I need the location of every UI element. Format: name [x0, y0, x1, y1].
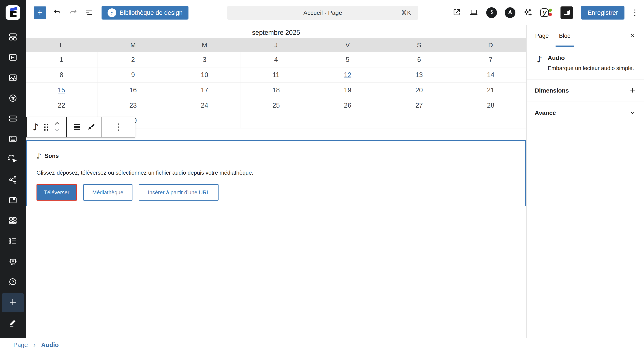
astra-a-logo-button[interactable] [505, 7, 516, 18]
styles-brush-button[interactable] [87, 123, 96, 131]
calendar-day-cell: 27 [384, 98, 455, 113]
sidebar-panel-icon [563, 9, 570, 17]
astra-a-icon [507, 9, 513, 16]
rail-item-rows[interactable] [0, 109, 26, 129]
calendar-day-cell: 22 [26, 98, 97, 113]
rail-item-slider[interactable] [0, 251, 26, 272]
rail-item-add-block[interactable] [0, 292, 26, 313]
cursor-click-icon [8, 155, 18, 165]
upload-button[interactable]: Téléverser [36, 184, 77, 201]
calendar-day-link[interactable]: 12 [344, 71, 351, 79]
calendar-weekday-row: LMMJVSD [26, 38, 526, 52]
rail-item-bookmark[interactable] [0, 190, 26, 211]
options-menu-button[interactable] [632, 8, 638, 18]
audio-placeholder-title: Sons [45, 153, 59, 159]
calendar-day-cell: 28 [455, 98, 526, 113]
rail-item-layout-template[interactable] [0, 27, 26, 48]
rail-item-form[interactable] [0, 129, 26, 149]
save-button[interactable]: Enregistrer [581, 6, 624, 20]
panel-dimensions-label: Dimensions [535, 87, 569, 94]
rail-item-badge[interactable] [0, 88, 26, 109]
calendar-weekday: M [169, 38, 240, 52]
block-options-button[interactable] [118, 124, 119, 131]
calendar-day-cell: 7 [455, 52, 526, 67]
rail-item-edit[interactable] [0, 313, 26, 333]
help-bubble-icon: ? [8, 277, 18, 287]
yoast-seo-button[interactable]: y [540, 7, 552, 18]
ai-assistant-button[interactable] [523, 8, 532, 18]
rail-item-widgets[interactable] [0, 211, 26, 231]
calendar-week-row: 891011121314 [26, 67, 526, 83]
calendar-day-cell: 25 [240, 98, 312, 113]
add-dimension-icon[interactable] [629, 87, 636, 95]
audio-block-placeholder[interactable]: ♪ Sons Glissez-déposez, téléversez ou sé… [26, 140, 526, 206]
command-center[interactable]: Accueil · Page ⌘K [227, 6, 418, 20]
calendar-day-cell [312, 113, 384, 128]
panel-dimensions[interactable]: Dimensions [526, 80, 644, 102]
calendar-day-cell [169, 113, 240, 128]
calendar-day-cell: 13 [384, 67, 455, 83]
settings-sidebar-toggle[interactable] [560, 7, 573, 19]
yoast-red-dot [549, 13, 552, 16]
move-up-button[interactable] [54, 121, 60, 127]
breadcrumb-page-link[interactable]: Page [13, 341, 28, 348]
panel-advanced-label: Avancé [535, 110, 556, 116]
redo-icon [69, 8, 78, 18]
audio-block-type-icon[interactable]: ♪ [33, 122, 39, 132]
left-rail: ? [0, 0, 26, 337]
calendar-title: septembre 2025 [26, 25, 526, 38]
rail-nav: ? [0, 27, 26, 333]
tab-block[interactable]: Bloc [554, 25, 576, 47]
undo-button[interactable] [52, 8, 62, 18]
calendar-day-cell: 17 [169, 83, 240, 98]
block-toolbar-group-options [102, 117, 135, 137]
redo-button[interactable] [68, 8, 78, 18]
yoast-green-dot [549, 9, 552, 12]
calendar-week-row: 15161718192021 [26, 83, 526, 98]
inserter-button[interactable]: + [34, 7, 46, 19]
chevron-down-icon [629, 109, 636, 117]
site-logo-button[interactable] [0, 0, 26, 25]
close-sidebar-button[interactable] [627, 25, 638, 47]
align-button[interactable] [73, 123, 81, 131]
calendar-day-cell: 18 [240, 83, 312, 98]
rail-item-help[interactable]: ? [0, 272, 26, 292]
s-bolt-icon [488, 9, 495, 16]
breadcrumb-current-block[interactable]: Audio [41, 341, 58, 348]
topbar-right: y Enregistrer [452, 0, 644, 25]
calendar-day-cell [240, 113, 312, 128]
view-site-button[interactable] [452, 8, 461, 18]
calendar-day-cell: 15 [26, 83, 97, 98]
calendar-day-cell: 23 [97, 98, 169, 113]
media-library-button[interactable]: Médiathèque [83, 184, 132, 201]
calendar-day-cell: 6 [384, 52, 455, 67]
header-h-icon [8, 53, 18, 63]
editor-canvas: septembre 2025 LMMJVSD 12345678910111213… [26, 25, 526, 337]
rail-item-share[interactable] [0, 170, 26, 190]
rail-item-header[interactable] [0, 48, 26, 68]
rail-item-trigger[interactable] [0, 149, 26, 170]
command-center-label: Accueil · Page [303, 10, 342, 16]
inspector-sidebar: Page Bloc ♪ Audio Embarque un lecteur au… [526, 25, 644, 337]
svg-text:?: ? [12, 279, 14, 284]
calendar-week-row: 22232425262728 [26, 98, 526, 113]
insert-from-url-button[interactable]: Insérer à partir d’une URL [139, 184, 219, 201]
rail-item-image[interactable] [0, 68, 26, 88]
yoast-y-icon: y [540, 8, 549, 17]
move-down-button[interactable] [54, 127, 60, 133]
suite-s-logo-button[interactable] [486, 7, 497, 18]
calendar-weekday: D [455, 38, 526, 52]
design-library-button[interactable]: Bibliothèque de design [102, 6, 188, 20]
calendar-weekday: M [97, 38, 169, 52]
undo-icon [53, 8, 62, 18]
document-overview-button[interactable] [84, 8, 94, 18]
drag-handle[interactable] [44, 124, 48, 131]
tab-page[interactable]: Page [530, 25, 554, 47]
list-icon [8, 236, 18, 247]
preview-devices-button[interactable] [469, 8, 478, 18]
rail-item-list[interactable] [0, 231, 26, 251]
panel-advanced[interactable]: Avancé [526, 102, 644, 124]
calendar-day-link[interactable]: 15 [58, 86, 65, 94]
block-card: ♪ Audio Embarque un lecteur audio simple… [526, 47, 644, 80]
block-card-title: Audio [548, 55, 634, 62]
